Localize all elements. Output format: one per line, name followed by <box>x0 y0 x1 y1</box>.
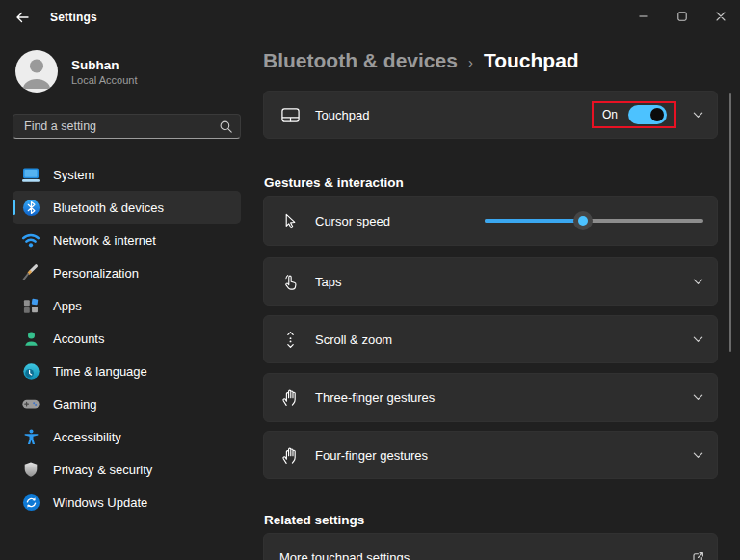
external-link-icon <box>690 549 705 560</box>
personalization-icon <box>21 263 40 282</box>
accounts-icon <box>21 329 40 348</box>
arrow-left-icon <box>14 10 30 25</box>
expander-taps[interactable]: Taps <box>263 257 718 306</box>
network-icon <box>21 230 40 250</box>
user-name: Subhan <box>71 57 138 73</box>
chevron-down-icon <box>690 332 705 347</box>
breadcrumb: Bluetooth & devices › Touchpad <box>263 49 579 72</box>
section-gestures-interaction: Gestures & interaction <box>264 175 404 190</box>
minimize-button[interactable] <box>624 0 663 32</box>
sidebar-item-label: Time & language <box>53 364 147 379</box>
privacy-icon <box>21 460 40 479</box>
chevron-down-icon <box>690 107 705 122</box>
sidebar-item-label: System <box>53 168 94 182</box>
hand-icon <box>279 444 301 466</box>
breadcrumb-parent[interactable]: Bluetooth & devices <box>263 49 458 72</box>
search-input[interactable] <box>13 115 211 138</box>
sidebar-item-personalization[interactable]: Personalization <box>13 256 241 289</box>
sidebar-item-label: Personalization <box>53 266 139 280</box>
more-touchpad-settings-label: More touchpad settings <box>279 550 410 560</box>
avatar <box>15 50 58 93</box>
tap-finger-icon <box>279 271 301 292</box>
cursor-speed-card: Cursor speed <box>263 196 718 246</box>
hand-icon <box>279 387 301 409</box>
close-icon <box>714 10 727 23</box>
expander-four-finger-gestures[interactable]: Four-finger gestures <box>263 431 718 479</box>
sidebar-item-label: Network & internet <box>53 233 156 248</box>
sidebar-item-network-internet[interactable]: Network & internet <box>13 224 241 256</box>
more-touchpad-settings-link[interactable]: More touchpad settings <box>263 533 718 560</box>
minimize-icon <box>637 10 650 23</box>
sidebar-item-label: Bluetooth & devices <box>53 200 164 215</box>
sidebar-item-gaming[interactable]: Gaming <box>13 387 241 420</box>
maximize-icon <box>675 10 689 23</box>
cursor-speed-slider[interactable] <box>485 211 703 230</box>
sidebar-item-privacy-security[interactable]: Privacy & security <box>13 453 241 486</box>
toggle-state-label: On <box>602 108 618 121</box>
main-content: Bluetooth & devices › Touchpad Touchpad … <box>251 35 740 560</box>
slider-thumb[interactable] <box>573 211 593 230</box>
scroll-icon <box>279 329 301 350</box>
sidebar-item-accounts[interactable]: Accounts <box>13 322 241 355</box>
sidebar: Subhan Local Account System <box>0 35 251 560</box>
touchpad-toggle[interactable] <box>628 105 667 124</box>
titlebar: Settings <box>0 0 740 35</box>
sidebar-item-time-language[interactable]: Time & language <box>13 355 241 387</box>
sidebar-item-label: Privacy & security <box>53 463 152 477</box>
vertical-scrollbar[interactable] <box>729 93 731 352</box>
sidebar-item-windows-update[interactable]: Windows Update <box>13 486 241 519</box>
system-icon <box>21 165 40 184</box>
bluetooth-icon <box>21 198 40 217</box>
user-text: Subhan Local Account <box>71 57 138 87</box>
sidebar-item-label: Apps <box>53 299 82 313</box>
sidebar-item-label: Accessibility <box>53 430 121 444</box>
expander-three-finger-gestures[interactable]: Three-finger gestures <box>263 373 718 422</box>
cursor-speed-label: Cursor speed <box>315 214 390 228</box>
slider-fill <box>485 219 583 223</box>
accessibility-icon <box>21 427 40 446</box>
user-profile[interactable]: Subhan Local Account <box>0 35 251 93</box>
maximize-button[interactable] <box>663 0 701 32</box>
sidebar-item-label: Accounts <box>53 332 104 346</box>
touchpad-card[interactable]: Touchpad On <box>263 91 718 139</box>
close-button[interactable] <box>701 0 740 32</box>
sidebar-nav: System Bluetooth & devices <box>13 158 241 519</box>
selected-accent-pill <box>13 200 15 215</box>
slider-thumb-dot <box>578 216 588 226</box>
touchpad-label: Touchpad <box>315 108 369 122</box>
apps-icon <box>21 296 40 315</box>
sidebar-item-apps[interactable]: Apps <box>13 289 241 322</box>
toggle-knob <box>650 108 664 121</box>
scroll-zoom-label: Scroll & zoom <box>315 333 392 347</box>
sidebar-item-label: Gaming <box>53 397 97 412</box>
sidebar-item-bluetooth-devices[interactable]: Bluetooth & devices <box>13 191 241 224</box>
taps-label: Taps <box>315 275 341 289</box>
sidebar-item-accessibility[interactable]: Accessibility <box>13 420 241 453</box>
touchpad-toggle-highlight-box: On <box>592 101 676 128</box>
four-finger-label: Four-finger gestures <box>315 448 428 463</box>
search-icon[interactable] <box>211 120 240 134</box>
cursor-icon <box>279 210 301 231</box>
time-language-icon <box>21 361 40 381</box>
expander-scroll-zoom[interactable]: Scroll & zoom <box>263 315 718 363</box>
user-account-type: Local Account <box>71 73 138 87</box>
search-box <box>13 114 241 139</box>
windows-update-icon <box>21 493 40 512</box>
sidebar-item-system[interactable]: System <box>13 158 241 191</box>
chevron-down-icon <box>690 390 705 406</box>
chevron-down-icon <box>690 274 705 289</box>
gaming-icon <box>21 394 40 413</box>
three-finger-label: Three-finger gestures <box>315 390 435 405</box>
app-title: Settings <box>50 11 97 24</box>
touchpad-icon <box>279 104 301 125</box>
settings-window: { "titlebar": { "title": "Settings" }, "… <box>0 0 740 560</box>
chevron-down-icon <box>690 447 705 463</box>
back-button[interactable] <box>8 4 37 31</box>
page-title: Touchpad <box>484 49 579 72</box>
breadcrumb-separator-icon: › <box>468 54 473 70</box>
sidebar-item-label: Windows Update <box>53 495 147 510</box>
window-controls <box>624 0 740 32</box>
section-related-settings: Related settings <box>264 513 364 527</box>
